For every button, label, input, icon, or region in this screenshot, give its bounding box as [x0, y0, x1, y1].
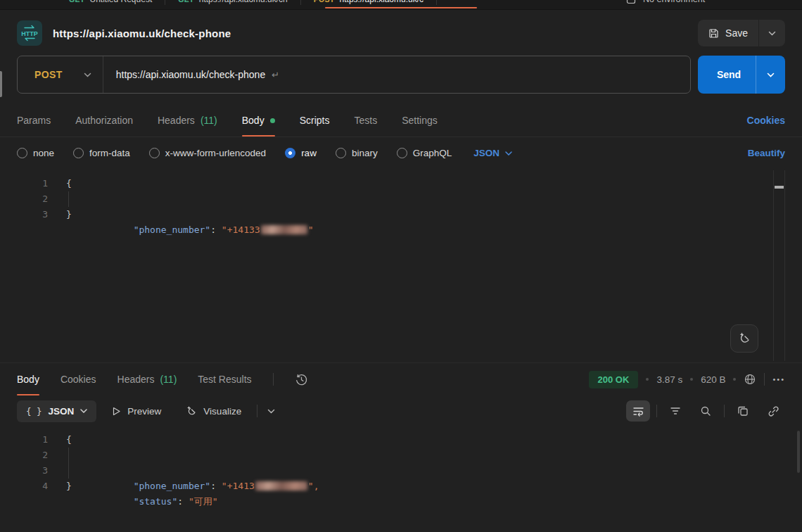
- response-toolbar: { } JSON Preview Visualize: [0, 395, 802, 426]
- response-headers-count-badge: (11): [160, 374, 177, 385]
- radio-icon: [397, 148, 407, 158]
- environment-eye-icon[interactable]: [626, 0, 636, 4]
- response-tab-test-results[interactable]: Test Results: [198, 363, 251, 395]
- divider: [656, 405, 657, 417]
- body-type-radio-binary[interactable]: binary: [336, 148, 378, 158]
- language-select[interactable]: JSON: [473, 148, 512, 158]
- method-select[interactable]: POST: [18, 69, 103, 80]
- response-scrollbar-handle[interactable]: [797, 431, 800, 473]
- request-title: https://api.xiaomu.uk/check-phone: [53, 27, 687, 39]
- save-button-group: Save: [698, 20, 785, 46]
- return-key-icon: ↵: [272, 70, 279, 80]
- code-line: 3 }: [0, 207, 802, 222]
- body-type-radio-raw[interactable]: raw: [285, 148, 317, 158]
- tab-title: https://api.xiaomu.uk/ch: [199, 0, 288, 4]
- url-field[interactable]: https://api.xiaomu.uk/check-phone ↵: [103, 69, 292, 80]
- method-label: POST: [34, 69, 63, 80]
- redacted-phone-blur: [255, 481, 307, 490]
- chevron-down-icon[interactable]: [265, 409, 278, 414]
- environment-selector[interactable]: No environment: [643, 0, 705, 4]
- tab-headers[interactable]: Headers (11): [158, 104, 217, 137]
- tab-tests[interactable]: Tests: [354, 104, 377, 137]
- send-button[interactable]: Send: [698, 69, 756, 80]
- code-line: 3 "status": "可用": [0, 463, 802, 479]
- chevron-down-icon: [84, 72, 91, 77]
- word-wrap-button[interactable]: [626, 400, 650, 422]
- request-tabs: Params Authorization Headers (11) Body S…: [0, 104, 802, 137]
- url-value: https://api.xiaomu.uk/check-phone: [116, 69, 265, 80]
- divider: [436, 0, 437, 5]
- response-body-viewer[interactable]: 1 { 2 "phone_number": "+1413", 3 "status…: [0, 426, 802, 532]
- url-bar: POST https://api.xiaomu.uk/check-phone ↵…: [0, 54, 802, 104]
- tab-params[interactable]: Params: [17, 104, 51, 137]
- workspace-tab-strip: GET Untitled Request GET https://api.xia…: [0, 0, 802, 10]
- http-request-icon: HTTP: [17, 20, 42, 46]
- body-type-radio-graphql[interactable]: GraphQL: [397, 148, 452, 158]
- send-button-group: Send: [698, 56, 785, 94]
- request-tab-untitled[interactable]: GET Untitled Request: [56, 0, 165, 4]
- search-icon[interactable]: [694, 400, 718, 422]
- beautify-link[interactable]: Beautify: [748, 148, 785, 158]
- filter-icon[interactable]: [663, 400, 687, 422]
- code-line: 2 "phone_number": "+14133": [0, 191, 802, 207]
- sparkle-wand-icon: [185, 405, 197, 417]
- tab-settings[interactable]: Settings: [402, 104, 438, 137]
- request-header: HTTP https://api.xiaomu.uk/check-phone S…: [0, 10, 802, 54]
- network-globe-icon[interactable]: [744, 373, 756, 386]
- sidebar-drag-handle[interactable]: [0, 71, 2, 97]
- request-body-editor[interactable]: 1 { 2 "phone_number": "+14133" 3 }: [0, 169, 802, 363]
- send-options-button[interactable]: [756, 72, 785, 77]
- body-type-radio-none[interactable]: none: [17, 148, 54, 158]
- editor-scrollbar-track[interactable]: [773, 170, 785, 361]
- response-history-icon[interactable]: [295, 373, 308, 386]
- more-options-icon[interactable]: •••: [772, 375, 785, 384]
- response-tab-body[interactable]: Body: [17, 363, 39, 395]
- response-time[interactable]: 3.87 s: [656, 374, 682, 385]
- method-label: GET: [178, 0, 194, 4]
- code-line: 1 {: [0, 432, 802, 448]
- body-type-radio-urlencoded[interactable]: x-www-form-urlencoded: [149, 148, 266, 158]
- tab-scripts[interactable]: Scripts: [300, 104, 330, 137]
- request-tab-get[interactable]: GET https://api.xiaomu.uk/ch: [165, 0, 300, 4]
- tab-authorization[interactable]: Authorization: [75, 104, 133, 137]
- sparkle-wand-icon: [737, 331, 751, 346]
- url-input-container: POST https://api.xiaomu.uk/check-phone ↵: [17, 56, 691, 94]
- editor-scrollbar-handle[interactable]: [775, 186, 784, 189]
- svg-text:HTTP: HTTP: [21, 30, 38, 37]
- tab-title: Untitled Request: [90, 0, 153, 4]
- copy-icon[interactable]: [731, 400, 755, 422]
- chevron-down-icon: [505, 151, 512, 156]
- body-modified-dot: [270, 118, 275, 123]
- response-format-select[interactable]: { } JSON: [17, 400, 96, 422]
- code-line: 1 {: [0, 176, 802, 191]
- response-tab-headers[interactable]: Headers (11): [117, 363, 177, 395]
- visualize-button[interactable]: Visualize: [177, 405, 250, 417]
- play-icon: [112, 407, 121, 416]
- save-label: Save: [725, 27, 748, 39]
- preview-button[interactable]: Preview: [103, 406, 170, 417]
- redacted-phone-blur: [261, 225, 307, 234]
- save-button[interactable]: Save: [698, 20, 758, 46]
- beautify-fab-button[interactable]: [730, 324, 758, 353]
- indent-guide: [68, 191, 69, 207]
- code-line: 2 "phone_number": "+1413",: [0, 448, 802, 463]
- divider: [764, 373, 765, 386]
- radio-icon: [73, 148, 84, 158]
- response-tab-cookies[interactable]: Cookies: [61, 363, 96, 395]
- divider: [273, 373, 274, 386]
- save-options-button[interactable]: [759, 20, 785, 46]
- app-root: GET Untitled Request GET https://api.xia…: [0, 0, 802, 532]
- method-label: POST: [314, 0, 335, 4]
- chevron-down-icon: [768, 31, 776, 36]
- chevron-down-icon: [767, 72, 775, 77]
- link-icon[interactable]: [761, 400, 785, 422]
- status-badge[interactable]: 200 OK: [589, 371, 639, 388]
- request-tab-active[interactable]: POST https://api.xiaomu.uk/c: [301, 0, 436, 4]
- response-size[interactable]: 620 B: [701, 374, 725, 385]
- method-label: GET: [69, 0, 85, 4]
- cookies-link[interactable]: Cookies: [747, 115, 785, 126]
- body-type-bar: none form-data x-www-form-urlencoded raw…: [0, 137, 802, 169]
- indent-guide: [68, 463, 69, 479]
- tab-body[interactable]: Body: [242, 104, 275, 137]
- body-type-radio-form-data[interactable]: form-data: [73, 148, 130, 158]
